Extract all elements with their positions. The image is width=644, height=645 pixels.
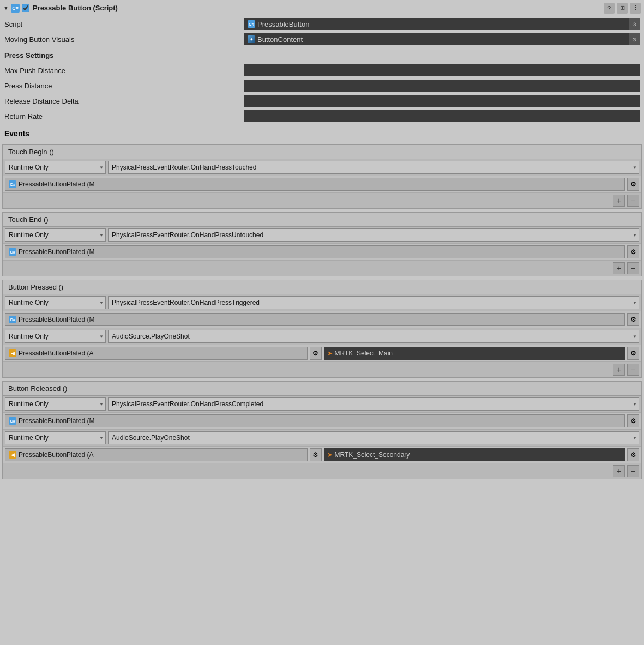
button-pressed-ref-button-1[interactable]: C# PressableButtonPlated (M (5, 313, 625, 326)
button-released-timing-2-select[interactable]: Runtime Only (5, 431, 106, 444)
touch-end-footer: + − (3, 261, 641, 276)
moving-button-value-field: ✦ ButtonContent (244, 33, 629, 45)
button-released-audio-badge: ◀ (9, 451, 16, 459)
button-released-gear-button-1[interactable]: ⚙ (627, 414, 639, 427)
script-pick-button[interactable]: ⊙ (629, 18, 640, 30)
touch-begin-timing-wrapper: Runtime Only (5, 161, 106, 174)
button-pressed-value-field: ➤ MRTK_Select_Main (324, 347, 625, 360)
button-released-ref-label-1: PressableButtonPlated (M (19, 417, 94, 425)
button-pressed-handler-2-select[interactable]: AudioSource.PlayOneShot (108, 330, 639, 343)
touch-begin-remove-button[interactable]: − (627, 195, 639, 207)
component-enabled-checkbox[interactable] (22, 4, 29, 12)
cs-icon: C# (11, 4, 20, 13)
button-pressed-cs-badge-1: C# (9, 316, 16, 323)
button-released-handler-row-1: Runtime Only PhysicalPressEventRouter.On… (3, 396, 641, 413)
button-released-add-button[interactable]: + (613, 465, 625, 477)
release-distance-input[interactable]: 0.001 (244, 95, 640, 107)
touch-end-header: Touch End () (3, 213, 641, 227)
events-title: Events (4, 129, 29, 138)
button-pressed-gear-button-2[interactable]: ⚙ (310, 347, 322, 360)
script-field-row: Script C# PressableButton ⊙ (0, 16, 644, 32)
touch-end-remove-button[interactable]: − (627, 262, 639, 274)
button-released-ref-button-2[interactable]: ◀ PressableButtonPlated (A (5, 448, 308, 461)
button-released-value-field: ➤ MRTK_Select_Secondary (324, 448, 625, 461)
max-push-input[interactable]: 0.012 (244, 64, 640, 76)
touch-begin-handler-row: Runtime Only PhysicalPressEventRouter.On… (3, 159, 641, 176)
release-distance-label: Release Distance Delta (4, 97, 244, 105)
touch-begin-add-button[interactable]: + (613, 195, 625, 207)
touch-begin-timing-select[interactable]: Runtime Only (5, 161, 106, 174)
script-value-field: C# PressableButton (244, 18, 629, 30)
button-released-timing-2-wrapper: Runtime Only (5, 431, 106, 444)
button-pressed-ref-button-2[interactable]: ◀ PressableButtonPlated (A (5, 347, 308, 360)
menu-icon[interactable]: ⋮ (630, 3, 641, 14)
max-push-label: Max Push Distance (4, 67, 244, 75)
collapse-arrow[interactable]: ▼ (3, 5, 9, 11)
button-pressed-add-button[interactable]: + (613, 364, 625, 376)
button-pressed-footer: + − (3, 362, 641, 377)
button-pressed-value: MRTK_Select_Main (335, 349, 393, 357)
button-released-timing-1-wrapper: Runtime Only (5, 397, 106, 411)
inspector-panel: ▼ C# Pressable Button (Script) ? ⊞ ⋮ Scr… (0, 0, 644, 485)
button-released-remove-button[interactable]: − (627, 465, 639, 477)
button-pressed-audio-badge: ◀ (9, 349, 16, 357)
button-released-value-gear[interactable]: ⚙ (627, 448, 639, 461)
button-pressed-timing-1-wrapper: Runtime Only (5, 296, 106, 309)
touch-begin-handler-select[interactable]: PhysicalPressEventRouter.OnHandPressTouc… (108, 161, 639, 174)
return-rate-input[interactable]: 25 (244, 110, 640, 122)
moving-button-pick-button[interactable]: ⊙ (629, 33, 640, 45)
button-pressed-timing-2-select[interactable]: Runtime Only (5, 330, 106, 343)
button-pressed-handler-2-wrapper: AudioSource.PlayOneShot (108, 330, 639, 343)
touch-begin-gear-button[interactable]: ⚙ (627, 178, 639, 191)
button-released-handler-1-wrapper: PhysicalPressEventRouter.OnHandPressComp… (108, 397, 639, 411)
button-released-ref-button-1[interactable]: C# PressableButtonPlated (M (5, 414, 625, 427)
touch-begin-ref-label: PressableButtonPlated (M (19, 180, 94, 188)
script-label: Script (4, 20, 244, 28)
button-released-group: Button Released () Runtime Only Physical… (2, 381, 642, 479)
return-rate-label: Return Rate (4, 112, 244, 120)
button-released-gear-button-2[interactable]: ⚙ (310, 448, 322, 461)
touch-begin-ref-button[interactable]: C# PressableButtonPlated (M (5, 178, 625, 191)
button-released-handler-2-wrapper: AudioSource.PlayOneShot (108, 431, 639, 444)
touch-end-timing-wrapper: Runtime Only (5, 228, 106, 242)
touch-end-handler-select[interactable]: PhysicalPressEventRouter.OnHandPressUnto… (108, 228, 639, 242)
button-released-ref-row-2: ◀ PressableButtonPlated (A ⚙ ➤ MRTK_Sele… (3, 447, 641, 463)
touch-begin-ref-row: C# PressableButtonPlated (M ⚙ (3, 176, 641, 193)
max-push-distance-row: Max Push Distance 0.012 (0, 63, 644, 78)
button-pressed-remove-button[interactable]: − (627, 364, 639, 376)
layout-icon[interactable]: ⊞ (617, 3, 628, 14)
events-section: Touch Begin () Runtime Only PhysicalPres… (0, 139, 644, 485)
touch-end-add-button[interactable]: + (613, 262, 625, 274)
button-pressed-handler-1-select[interactable]: PhysicalPressEventRouter.OnHandPressTrig… (108, 296, 639, 309)
component-header: ▼ C# Pressable Button (Script) ? ⊞ ⋮ (0, 0, 644, 16)
touch-end-group: Touch End () Runtime Only PhysicalPressE… (2, 212, 642, 276)
touch-end-handler-row: Runtime Only PhysicalPressEventRouter.On… (3, 227, 641, 244)
touch-end-ref-button[interactable]: C# PressableButtonPlated (M (5, 245, 625, 258)
script-cs-badge: C# (248, 20, 255, 28)
touch-end-handler-wrapper: PhysicalPressEventRouter.OnHandPressUnto… (108, 228, 639, 242)
touch-begin-group: Touch Begin () Runtime Only PhysicalPres… (2, 144, 642, 209)
button-pressed-timing-2-wrapper: Runtime Only (5, 330, 106, 343)
button-pressed-ref-label-2: PressableButtonPlated (A (19, 349, 93, 357)
touch-begin-cs-badge: C# (9, 180, 16, 188)
button-released-value: MRTK_Select_Secondary (335, 451, 410, 459)
moving-button-label: Moving Button Visuals (4, 35, 244, 44)
button-pressed-value-gear[interactable]: ⚙ (627, 347, 639, 360)
header-icons: ? ⊞ ⋮ (604, 3, 641, 14)
button-pressed-ref-label-1: PressableButtonPlated (M (19, 316, 94, 323)
button-released-timing-1-select[interactable]: Runtime Only (5, 397, 106, 411)
touch-end-gear-button[interactable]: ⚙ (627, 245, 639, 258)
button-pressed-handler-1-wrapper: PhysicalPressEventRouter.OnHandPressTrig… (108, 296, 639, 309)
button-released-handler-1-select[interactable]: PhysicalPressEventRouter.OnHandPressComp… (108, 397, 639, 411)
book-icon[interactable]: ? (604, 3, 615, 14)
moving-button-row: Moving Button Visuals ✦ ButtonContent ⊙ (0, 32, 644, 47)
button-pressed-timing-1-select[interactable]: Runtime Only (5, 296, 106, 309)
touch-end-timing-select[interactable]: Runtime Only (5, 228, 106, 242)
button-released-cs-badge: C# (9, 417, 16, 425)
button-released-handler-2-select[interactable]: AudioSource.PlayOneShot (108, 431, 639, 444)
button-pressed-gear-button-1[interactable]: ⚙ (627, 313, 639, 326)
button-pressed-ref-row-1: C# PressableButtonPlated (M ⚙ (3, 311, 641, 328)
press-distance-input[interactable]: 0.006 (244, 80, 640, 92)
button-pressed-arrow-icon: ➤ (327, 349, 333, 357)
script-value: PressableButton (257, 20, 309, 28)
